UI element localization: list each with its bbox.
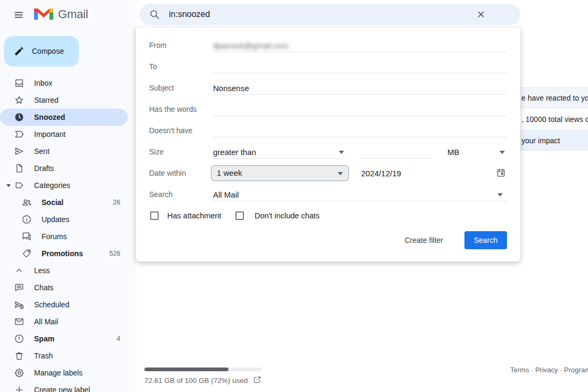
subject-field[interactable]: Nonsense	[213, 81, 507, 95]
sidebar-item-categories[interactable]: Categories	[0, 177, 128, 194]
search-scope-select[interactable]: All Mail	[213, 188, 507, 201]
email-row[interactable]: , 10000 total views o	[520, 108, 588, 130]
sidebar-item-all-mail[interactable]: All Mail	[0, 313, 128, 330]
email-snippet: your impact	[521, 136, 560, 145]
clear-search-icon[interactable]	[475, 8, 487, 21]
dont-include-chats-checkbox[interactable]	[235, 211, 244, 220]
unread-count: 4	[117, 335, 120, 342]
gmail-m-icon	[34, 7, 53, 21]
sidebar-item-promotions[interactable]: Promotions 526	[0, 245, 128, 262]
sidebar-item-updates[interactable]: Updates	[0, 211, 128, 228]
dropdown-arrow-icon	[338, 172, 343, 175]
email-row[interactable]: your impact	[520, 130, 588, 151]
mail-icon	[14, 316, 24, 327]
to-field[interactable]	[213, 60, 507, 74]
filter-row-checkboxes: Has attachment Don't include chats	[136, 205, 520, 226]
sidebar-item-manage-labels[interactable]: Manage labels	[0, 364, 128, 381]
gmail-logo[interactable]: Gmail	[34, 7, 88, 21]
plus-icon	[14, 385, 24, 392]
gmail-wordmark: Gmail	[58, 7, 88, 21]
sidebar-item-forums[interactable]: Forums	[0, 228, 128, 245]
sidebar-item-inbox[interactable]: Inbox	[0, 75, 128, 92]
info-icon	[21, 214, 32, 225]
search-filter-panel: From dparrack@gmail.com To Subject Nonse…	[136, 28, 520, 262]
dont-include-chats-label: Don't include chats	[255, 205, 320, 226]
filter-row-from: From dparrack@gmail.com	[136, 35, 520, 56]
important-icon	[14, 129, 24, 140]
compose-label: Compose	[32, 47, 64, 55]
email-snippet: e have reacted to you	[521, 94, 588, 102]
subject-value: Nonsense	[213, 84, 249, 93]
calendar-icon[interactable]	[496, 168, 506, 182]
sidebar-item-less[interactable]: Less	[0, 262, 128, 279]
sidebar-nav: Inbox Starred Snoozed Important Sent Dra…	[0, 75, 136, 392]
date-range-select[interactable]: 1 week	[211, 165, 349, 181]
has-words-field[interactable]	[213, 103, 507, 116]
filter-row-doesnt-have: Doesn't have	[136, 120, 520, 141]
storage-progress-fill	[144, 368, 228, 371]
dropdown-arrow-icon	[497, 193, 503, 197]
create-filter-button[interactable]: Create filter	[397, 231, 451, 249]
storage-text: 72.61 GB of 100 GB (72%) used	[144, 377, 248, 385]
gear-icon	[14, 368, 24, 378]
compose-button[interactable]: Compose	[4, 36, 79, 66]
sidebar: Gmail Compose Inbox Starred Snoozed Impo…	[0, 0, 136, 392]
from-value: dparrack@gmail.com	[213, 41, 289, 50]
from-label: From	[149, 35, 167, 56]
storage-info: 72.61 GB of 100 GB (72%) used	[144, 375, 262, 386]
sidebar-item-scheduled[interactable]: Scheduled	[0, 296, 128, 313]
size-unit-select[interactable]: MB	[445, 145, 507, 159]
storage-progress-bar	[144, 368, 262, 371]
search-icon[interactable]	[149, 9, 160, 20]
filter-row-has-words: Has the words	[136, 99, 520, 120]
hamburger-icon	[13, 10, 24, 20]
date-value: 2024/12/19	[361, 169, 401, 178]
dropdown-arrow-icon	[339, 151, 344, 154]
sidebar-item-sent[interactable]: Sent	[0, 143, 128, 160]
size-label: Size	[149, 141, 164, 162]
search-input[interactable]	[168, 9, 436, 20]
search-bar	[140, 4, 520, 25]
spam-icon	[14, 333, 24, 344]
sidebar-item-create-new-label[interactable]: Create new label	[0, 381, 128, 392]
sidebar-item-social[interactable]: Social 26	[0, 194, 128, 211]
sidebar-item-spam[interactable]: Spam 4	[0, 330, 128, 347]
forum-icon	[21, 231, 32, 242]
main-menu-button[interactable]	[11, 9, 26, 21]
sidebar-item-starred[interactable]: Starred	[0, 92, 128, 109]
sidebar-item-important[interactable]: Important	[0, 126, 128, 143]
sidebar-item-snoozed[interactable]: Snoozed	[0, 109, 128, 126]
chat-icon	[14, 282, 24, 293]
pencil-icon	[14, 46, 24, 56]
email-row[interactable]: e have reacted to you	[520, 87, 588, 108]
send-icon	[14, 146, 24, 157]
filter-row-subject: Subject Nonsense	[136, 77, 520, 99]
inbox-icon	[14, 78, 24, 88]
size-comparator-select[interactable]: greater than	[213, 145, 346, 159]
unread-count: 26	[113, 199, 120, 206]
draft-icon	[14, 163, 24, 174]
size-value-field[interactable]	[361, 145, 432, 159]
open-in-new-icon[interactable]	[253, 375, 262, 386]
sidebar-item-trash[interactable]: Trash	[0, 347, 128, 364]
dropdown-arrow-icon	[500, 151, 505, 154]
subject-label: Subject	[149, 77, 174, 99]
to-label: To	[149, 56, 157, 77]
sidebar-item-chats[interactable]: Chats	[0, 279, 128, 296]
date-field[interactable]: 2024/12/19	[361, 167, 507, 180]
clock-icon	[14, 112, 24, 123]
email-snippet: , 10000 total views o	[521, 115, 588, 124]
has-words-label: Has the words	[149, 99, 197, 120]
from-field[interactable]: dparrack@gmail.com	[213, 39, 507, 52]
filter-row-size: Size greater than MB	[136, 141, 520, 162]
gmail-window: e have reacted to you , 10000 total view…	[0, 0, 588, 392]
date-within-label: Date within	[149, 162, 186, 184]
chevron-up-icon	[14, 265, 24, 276]
sidebar-item-drafts[interactable]: Drafts	[0, 160, 128, 177]
footer-links[interactable]: Terms · Privacy · Program Policies	[510, 366, 588, 374]
filter-row-to: To	[136, 56, 520, 77]
doesnt-have-field[interactable]	[213, 124, 507, 137]
search-button[interactable]: Search	[464, 231, 507, 249]
trash-icon	[14, 350, 24, 361]
has-attachment-checkbox[interactable]	[150, 211, 159, 220]
